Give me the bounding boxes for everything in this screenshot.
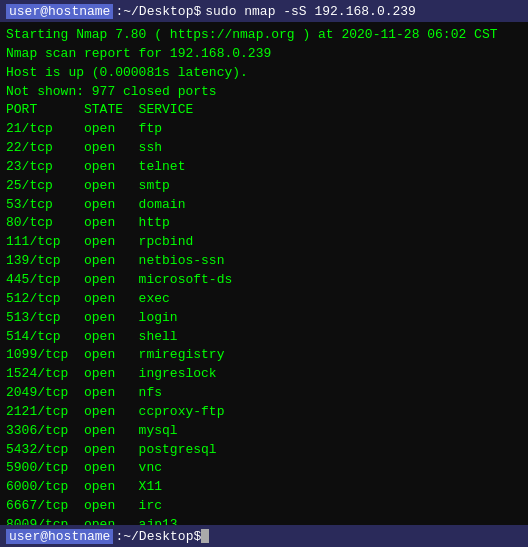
- port-row: 21/tcp open ftp: [6, 120, 522, 139]
- title-user: user@hostname: [6, 4, 113, 19]
- bottom-bar: user@hostname :~/Desktop$: [0, 525, 528, 547]
- port-row: 2049/tcp open nfs: [6, 384, 522, 403]
- output-line-starting: Starting Nmap 7.80 ( https://nmap.org ) …: [6, 26, 522, 45]
- terminal-window: user@hostname :~/Desktop$ sudo nmap -sS …: [0, 0, 528, 547]
- port-row: 111/tcp open rpcbind: [6, 233, 522, 252]
- port-row: 6000/tcp open X11: [6, 478, 522, 497]
- port-row: 512/tcp open exec: [6, 290, 522, 309]
- port-row: 1524/tcp open ingreslock: [6, 365, 522, 384]
- port-row: 5432/tcp open postgresql: [6, 441, 522, 460]
- port-row: 2121/tcp open ccproxy-ftp: [6, 403, 522, 422]
- port-row: 8009/tcp open ajp13: [6, 516, 522, 525]
- port-row: 5900/tcp open vnc: [6, 459, 522, 478]
- port-row: 25/tcp open smtp: [6, 177, 522, 196]
- port-row: 445/tcp open microsoft-ds: [6, 271, 522, 290]
- port-row: 513/tcp open login: [6, 309, 522, 328]
- port-row: 22/tcp open ssh: [6, 139, 522, 158]
- port-row: 53/tcp open domain: [6, 196, 522, 215]
- title-bar: user@hostname :~/Desktop$ sudo nmap -sS …: [0, 0, 528, 22]
- port-row: 23/tcp open telnet: [6, 158, 522, 177]
- port-table: 21/tcp open ftp22/tcp open ssh23/tcp ope…: [6, 120, 522, 525]
- output-col-header: PORT STATE SERVICE: [6, 101, 522, 120]
- cursor: [201, 529, 209, 543]
- title-path: :~/Desktop$: [115, 4, 201, 19]
- terminal-body[interactable]: Starting Nmap 7.80 ( https://nmap.org ) …: [0, 22, 528, 525]
- port-row: 3306/tcp open mysql: [6, 422, 522, 441]
- port-row: 514/tcp open shell: [6, 328, 522, 347]
- port-row: 80/tcp open http: [6, 214, 522, 233]
- bottom-path: :~/Desktop$: [115, 529, 201, 544]
- port-row: 1099/tcp open rmiregistry: [6, 346, 522, 365]
- output-line-host-up: Host is up (0.000081s latency).: [6, 64, 522, 83]
- title-command: sudo nmap -sS 192.168.0.239: [205, 4, 416, 19]
- port-row: 139/tcp open netbios-ssn: [6, 252, 522, 271]
- bottom-user-host: user@hostname: [6, 529, 113, 544]
- port-row: 6667/tcp open irc: [6, 497, 522, 516]
- output-line-not-shown: Not shown: 977 closed ports: [6, 83, 522, 102]
- output-line-scan-report: Nmap scan report for 192.168.0.239: [6, 45, 522, 64]
